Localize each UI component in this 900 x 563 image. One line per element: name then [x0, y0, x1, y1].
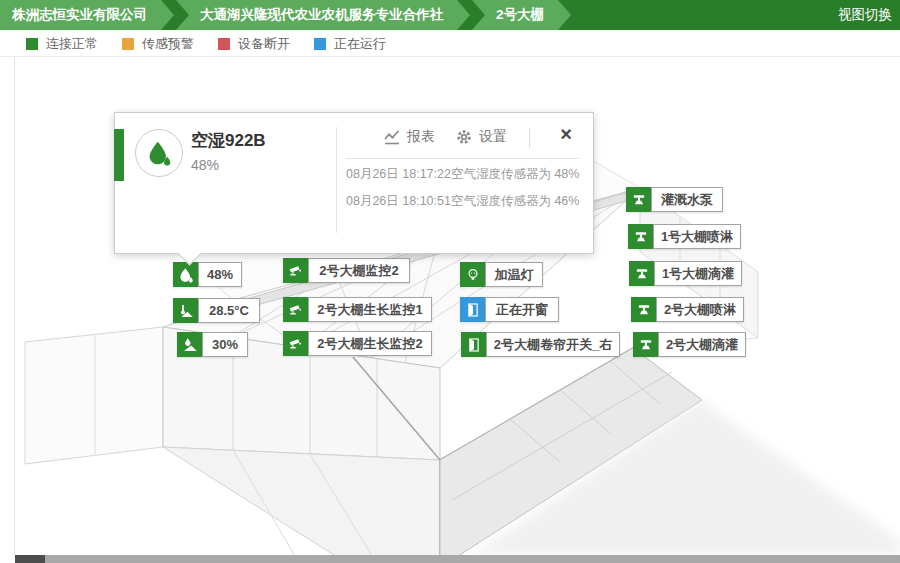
device-label-text: 2号大棚滴灌: [658, 332, 746, 357]
device-label-text: 1号大棚滴灌: [654, 261, 742, 286]
humidity-icon: [135, 129, 183, 177]
window-icon: [460, 297, 485, 322]
device-label[interactable]: 2号大棚生长监控1: [283, 297, 432, 322]
device-label-text: 30%: [202, 332, 248, 357]
settings-label: 设置: [479, 128, 507, 146]
report-button[interactable]: 报表: [383, 128, 435, 146]
bulb-icon: [460, 262, 485, 287]
top-bar: 株洲志恒实业有限公司大通湖兴隆现代农业农机服务专业合作社2号大棚 视图切换: [0, 0, 900, 30]
popup-accent-bar: [114, 129, 124, 181]
content-panel: [14, 31, 900, 555]
chart-icon: [383, 128, 401, 146]
camera-icon: [283, 258, 308, 283]
popup-sensor-value: 48%: [191, 157, 219, 173]
gear-icon: [455, 128, 473, 146]
device-label[interactable]: 2号大棚生长监控2: [283, 331, 432, 356]
greenhouse-monitor-page: 株洲志恒实业有限公司大通湖兴隆现代农业农机服务专业合作社2号大棚 视图切换 连接…: [0, 0, 900, 563]
scrollbar-thumb[interactable]: [15, 555, 45, 563]
status-legend: 连接正常传感预警设备断开正在运行: [0, 31, 900, 57]
device-label-text: 正在开窗: [485, 297, 559, 322]
water-drop-icon: [173, 262, 198, 287]
legend-item: 设备断开: [218, 35, 290, 53]
device-label-text: 2号大棚监控2: [308, 258, 410, 283]
device-label-text: 灌溉水泵: [651, 187, 723, 212]
soil-moisture-icon: [177, 332, 202, 357]
legend-color-swatch: [26, 38, 38, 50]
device-label-text: 加温灯: [485, 262, 543, 287]
breadcrumb-item[interactable]: 株洲志恒实业有限公司: [0, 0, 161, 30]
device-label[interactable]: 灌溉水泵: [626, 187, 723, 212]
valve-icon: [629, 261, 654, 286]
legend-label: 设备断开: [238, 35, 290, 53]
close-icon[interactable]: ×: [553, 121, 579, 147]
view-switch-button[interactable]: 视图切换: [838, 0, 892, 30]
popup-divider: [529, 128, 530, 148]
sensor-popup: 空湿922B 48% 报表 设置 × 08月26日 18:17:22空气湿度传感…: [114, 112, 594, 254]
legend-item: 正在运行: [314, 35, 386, 53]
device-label[interactable]: 2号大棚监控2: [283, 258, 410, 283]
device-label[interactable]: 1号大棚喷淋: [628, 224, 741, 249]
legend-color-swatch: [122, 38, 134, 50]
legend-item: 传感预警: [122, 35, 194, 53]
legend-color-swatch: [218, 38, 230, 50]
popup-divider: [336, 127, 337, 233]
soil-temperature-icon: [173, 298, 198, 323]
report-label: 报表: [407, 128, 435, 146]
device-label-text: 28.5°C: [198, 298, 260, 323]
device-label-text: 48%: [198, 262, 242, 287]
sensor-log-line: 08月26日 18:17:22空气湿度传感器为 48%: [346, 166, 588, 183]
device-label[interactable]: 28.5°C: [173, 298, 260, 323]
valve-icon: [633, 332, 658, 357]
device-label-text: 2号大棚卷帘开关_右: [486, 332, 620, 357]
device-label[interactable]: 1号大棚滴灌: [629, 261, 742, 286]
device-label[interactable]: 2号大棚滴灌: [633, 332, 746, 357]
device-label[interactable]: 正在开窗: [460, 297, 559, 322]
device-label-text: 2号大棚喷淋: [656, 297, 744, 322]
legend-color-swatch: [314, 38, 326, 50]
camera-icon: [283, 331, 308, 356]
breadcrumb-item[interactable]: 2号大棚: [472, 0, 558, 30]
device-label[interactable]: 2号大棚卷帘开关_右: [461, 332, 620, 357]
legend-item: 连接正常: [26, 35, 98, 53]
legend-label: 传感预警: [142, 35, 194, 53]
device-label-text: 1号大棚喷淋: [653, 224, 741, 249]
settings-button[interactable]: 设置: [455, 128, 507, 146]
valve-icon: [628, 224, 653, 249]
sensor-log-line: 08月26日 18:10:51空气湿度传感器为 46%: [346, 193, 588, 210]
horizontal-scrollbar[interactable]: [15, 555, 900, 563]
breadcrumb: 株洲志恒实业有限公司大通湖兴隆现代农业农机服务专业合作社2号大棚: [0, 0, 573, 30]
legend-label: 连接正常: [46, 35, 98, 53]
camera-icon: [283, 297, 308, 322]
window-icon: [461, 332, 486, 357]
breadcrumb-item[interactable]: 大通湖兴隆现代农业农机服务专业合作社: [176, 0, 457, 30]
valve-icon: [626, 187, 651, 212]
device-label-text: 2号大棚生长监控2: [308, 331, 432, 356]
popup-sensor-name: 空湿922B: [191, 129, 266, 152]
device-label[interactable]: 48%: [173, 262, 242, 287]
popup-divider: [346, 158, 579, 159]
device-label[interactable]: 加温灯: [460, 262, 543, 287]
legend-label: 正在运行: [334, 35, 386, 53]
device-label[interactable]: 30%: [177, 332, 248, 357]
device-label[interactable]: 2号大棚喷淋: [631, 297, 744, 322]
device-label-text: 2号大棚生长监控1: [308, 297, 432, 322]
valve-icon: [631, 297, 656, 322]
